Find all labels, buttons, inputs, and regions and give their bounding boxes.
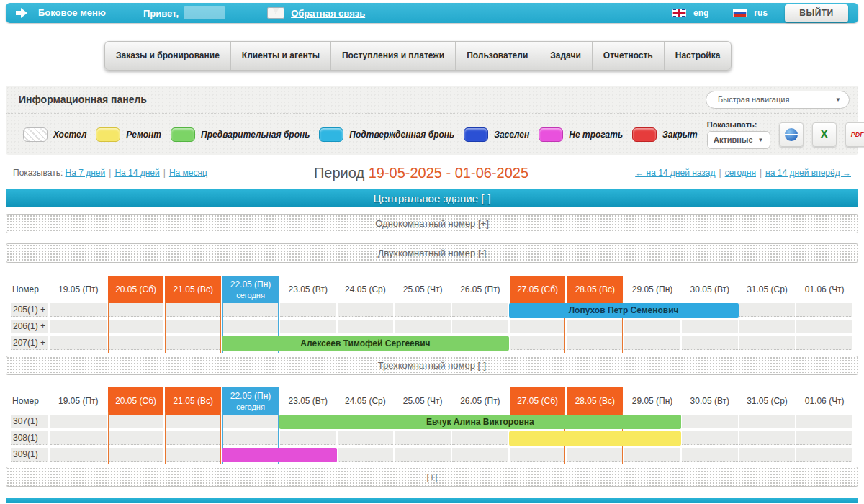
day-cell[interactable] — [108, 320, 164, 333]
day-cell[interactable] — [682, 320, 738, 333]
section-expand-more[interactable]: [+] — [6, 467, 858, 487]
day-cell[interactable] — [796, 320, 852, 333]
range-link-2[interactable]: На месяц — [169, 168, 207, 178]
day-header-normal[interactable]: 01.06 (Чт) — [796, 276, 852, 303]
side-menu-link[interactable]: Боковое меню — [38, 7, 106, 19]
day-cell[interactable] — [682, 415, 738, 428]
day-cell[interactable] — [567, 320, 623, 333]
day-cell[interactable] — [338, 320, 394, 333]
day-cell[interactable] — [50, 303, 107, 317]
booking-bar[interactable] — [509, 431, 681, 446]
day-cell[interactable] — [452, 303, 508, 317]
day-cell[interactable] — [796, 415, 852, 428]
day-cell[interactable] — [165, 303, 221, 317]
day-cell[interactable] — [739, 336, 796, 350]
day-cell[interactable] — [50, 415, 107, 428]
day-header-today[interactable]: 22.05 (Пн)сегодня — [222, 387, 279, 415]
day-cell[interactable] — [739, 320, 796, 333]
day-cell[interactable] — [338, 448, 394, 462]
day-cell[interactable] — [165, 431, 221, 445]
day-cell[interactable] — [165, 336, 221, 350]
room-label[interactable]: 207(1) + — [11, 336, 48, 350]
ru-flag-icon[interactable] — [733, 9, 747, 17]
day-cell[interactable] — [108, 415, 164, 428]
day-cell[interactable] — [50, 320, 107, 333]
day-cell[interactable] — [682, 336, 738, 350]
uk-flag-icon[interactable] — [672, 9, 686, 17]
lang-eng[interactable]: eng — [693, 8, 708, 18]
day-header-normal[interactable]: 29.05 (Пн) — [624, 387, 680, 415]
day-cell[interactable] — [796, 303, 852, 317]
day-cell[interactable] — [567, 448, 623, 462]
room-label[interactable]: 309(1) — [11, 448, 48, 462]
quick-nav-select[interactable]: Быстрая навигация ▼ — [706, 91, 850, 109]
day-cell[interactable] — [510, 448, 566, 462]
day-cell[interactable] — [338, 303, 394, 317]
nav-tab-3[interactable]: Пользователи — [456, 42, 539, 70]
nav-tab-2[interactable]: Поступления и платежи — [331, 42, 456, 70]
day-cell[interactable] — [452, 320, 508, 333]
nav-tab-0[interactable]: Заказы и бронирование — [105, 42, 231, 70]
day-header-today[interactable]: 22.05 (Пн)сегодня — [222, 276, 279, 303]
day-cell[interactable] — [682, 431, 738, 445]
day-cell[interactable] — [222, 303, 279, 317]
day-cell[interactable] — [796, 431, 852, 445]
day-header-weekend[interactable]: 28.05 (Вс) — [567, 276, 623, 303]
day-cell[interactable] — [165, 448, 221, 462]
day-cell[interactable] — [108, 303, 164, 317]
day-header-normal[interactable]: 31.05 (Ср) — [739, 276, 796, 303]
section-three-room[interactable]: Трехкомнатный номер [-] — [6, 356, 858, 375]
section-one-room[interactable]: Однокомнатный номер [+] — [6, 214, 858, 233]
html-export-button[interactable] — [779, 122, 804, 147]
booking-bar[interactable] — [222, 448, 336, 462]
day-header-normal[interactable]: 30.05 (Вт) — [682, 387, 738, 415]
day-cell[interactable] — [280, 431, 336, 445]
day-cell[interactable] — [567, 336, 623, 350]
day-cell[interactable] — [395, 448, 451, 462]
status-filter-select[interactable]: Активные ▼ — [707, 131, 770, 149]
day-cell[interactable] — [165, 415, 221, 428]
day-header-normal[interactable]: 26.05 (Пт) — [452, 387, 508, 415]
day-cell[interactable] — [452, 431, 508, 445]
day-cell[interactable] — [395, 431, 451, 445]
booking-bar[interactable]: Лопухов Петр Семенович — [509, 303, 739, 318]
pdf-export-button[interactable]: PDF — [845, 122, 864, 147]
section-two-room[interactable]: Двухкомнатный номер [-] — [6, 243, 858, 263]
day-cell[interactable] — [395, 303, 451, 317]
day-cell[interactable] — [452, 448, 508, 462]
day-cell[interactable] — [739, 431, 796, 445]
booking-bar[interactable]: Евчук Алина Викторовна — [279, 415, 681, 429]
day-cell[interactable] — [624, 448, 680, 462]
day-header-normal[interactable]: 19.05 (Пт) — [50, 387, 107, 415]
lang-rus[interactable]: rus — [754, 8, 768, 18]
day-header-normal[interactable]: 01.06 (Чт) — [796, 387, 852, 415]
room-label[interactable]: 308(1) — [11, 431, 48, 445]
building-header-central[interactable]: Центральное здание [-] — [6, 189, 858, 207]
day-header-normal[interactable]: 23.05 (Вт) — [280, 387, 336, 415]
day-cell[interactable] — [739, 415, 796, 428]
day-header-weekend[interactable]: 28.05 (Вс) — [567, 387, 623, 415]
day-header-normal[interactable]: 29.05 (Пн) — [624, 276, 680, 303]
day-header-weekend[interactable]: 21.05 (Вс) — [165, 387, 221, 415]
day-cell[interactable] — [280, 320, 336, 333]
nav-tab-4[interactable]: Задачи — [539, 42, 593, 70]
room-label[interactable]: 205(1) + — [11, 303, 48, 317]
day-cell[interactable] — [510, 336, 566, 350]
range-link-1[interactable]: На 14 дней — [114, 168, 159, 178]
forward-14-days-link[interactable]: на 14 дней вперёд → — [765, 168, 851, 178]
day-cell[interactable] — [739, 303, 796, 317]
day-header-normal[interactable]: 24.05 (Ср) — [338, 387, 394, 415]
day-header-normal[interactable]: 30.05 (Вт) — [682, 276, 738, 303]
excel-export-button[interactable]: X — [812, 122, 837, 147]
day-cell[interactable] — [222, 415, 279, 428]
next-building-bar-partial[interactable] — [6, 498, 858, 503]
room-label[interactable]: 206(1) + — [11, 320, 48, 333]
day-header-normal[interactable]: 23.05 (Вт) — [280, 276, 336, 303]
day-cell[interactable] — [50, 448, 107, 462]
logout-button[interactable]: выйти — [785, 4, 848, 22]
day-header-normal[interactable]: 31.05 (Ср) — [739, 387, 796, 415]
day-header-weekend[interactable]: 21.05 (Вс) — [165, 276, 221, 303]
feedback-link[interactable]: Обратная связь — [291, 8, 365, 19]
day-header-normal[interactable]: 25.05 (Чт) — [395, 276, 451, 303]
day-cell[interactable] — [510, 320, 566, 333]
